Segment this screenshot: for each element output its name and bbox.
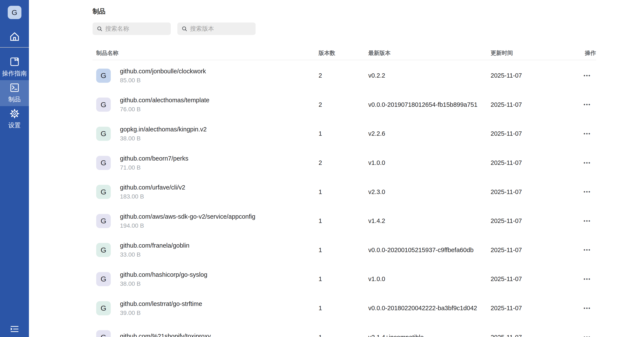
latest-version: v2.2.6 <box>368 130 490 137</box>
version-count: 1 <box>318 305 368 312</box>
more-actions-button[interactable]: ••• <box>584 102 591 107</box>
sidebar-item-label: 操作指南 <box>2 69 27 78</box>
updated-date: 2025-11-07 <box>490 334 580 337</box>
latest-version: v1.4.2 <box>368 217 490 224</box>
package-badge: G <box>96 185 111 199</box>
package-info: github.com/franela/goblin 33.00 B <box>120 242 190 258</box>
table-row[interactable]: G github.com/lestrrat/go-strftime 39.00 … <box>92 294 596 323</box>
package-cell: G gopkg.in/alecthomas/kingpin.v2 38.00 B <box>92 126 318 142</box>
search-icon <box>182 26 187 32</box>
package-info: github.com/hashicorp/go-syslog 38.00 B <box>120 271 208 287</box>
updated-date: 2025-11-07 <box>490 246 580 254</box>
package-cell: G github.com/lestrrat/go-strftime 39.00 … <box>92 300 318 316</box>
table-header: 制品名称 版本数 最新版本 更新时间 操作 <box>92 46 596 60</box>
table-row[interactable]: G github.com/alecthomas/template 76.00 B… <box>92 90 596 119</box>
version-count: 2 <box>318 159 368 166</box>
package-cell: G github.com/franela/goblin 33.00 B <box>92 242 318 258</box>
actions-cell: ••• <box>580 276 596 282</box>
actions-cell: ••• <box>580 189 596 194</box>
package-badge: G <box>96 98 111 112</box>
updated-date: 2025-11-07 <box>490 217 580 224</box>
table-row[interactable]: G gopkg.in/alecthomas/kingpin.v2 38.00 B… <box>92 119 596 148</box>
latest-version: v1.0.0 <box>368 275 490 282</box>
table-row[interactable]: G github.com/urfave/cli/v2 183.00 B 1 v2… <box>92 177 596 206</box>
package-size: 38.00 B <box>120 135 207 142</box>
package-info: github.com/%21shopify/toxiproxy <box>120 332 211 337</box>
latest-version: v0.0.0-20180220042222-ba3bf9c1d042 <box>368 305 490 312</box>
more-actions-button[interactable]: ••• <box>584 73 591 78</box>
more-actions-button[interactable]: ••• <box>584 131 591 136</box>
sidebar-divider <box>0 47 29 48</box>
package-info: github.com/jonboulle/clockwork 85.00 B <box>120 68 206 84</box>
table-row[interactable]: G github.com/franela/goblin 33.00 B 1 v0… <box>92 236 596 265</box>
actions-cell: ••• <box>580 160 596 166</box>
package-info: github.com/lestrrat/go-strftime 39.00 B <box>120 300 202 316</box>
actions-cell: ••• <box>580 306 596 311</box>
updated-date: 2025-11-07 <box>490 72 580 79</box>
more-actions-button[interactable]: ••• <box>584 306 591 311</box>
more-actions-button[interactable]: ••• <box>584 247 591 252</box>
actions-cell: ••• <box>580 247 596 252</box>
package-badge: G <box>96 272 111 286</box>
package-size: 85.00 B <box>120 77 206 84</box>
package-badge: G <box>96 69 111 83</box>
more-actions-button[interactable]: ••• <box>584 160 591 166</box>
updated-date: 2025-11-07 <box>490 101 580 108</box>
terminal-icon <box>10 83 20 93</box>
package-badge: G <box>96 301 111 315</box>
package-cell: G github.com/urfave/cli/v2 183.00 B <box>92 184 318 200</box>
actions-cell: ••• <box>580 218 596 224</box>
updated-date: 2025-11-07 <box>490 159 580 166</box>
search-version-input[interactable] <box>190 25 267 32</box>
package-size: 33.00 B <box>120 251 190 258</box>
more-actions-button[interactable]: ••• <box>584 276 591 282</box>
package-size: 71.00 B <box>120 164 188 171</box>
table-row[interactable]: G github.com/beorn7/perks 71.00 B 2 v1.0… <box>92 148 596 177</box>
latest-version: v1.0.0 <box>368 159 490 166</box>
package-badge: G <box>96 330 111 337</box>
page-title: 制品 <box>92 8 644 15</box>
more-actions-button[interactable]: ••• <box>584 189 591 194</box>
updated-date: 2025-11-07 <box>490 305 580 312</box>
package-cell: G github.com/alecthomas/template 76.00 B <box>92 97 318 113</box>
column-header-updated: 更新时间 <box>490 49 580 57</box>
more-actions-button[interactable]: ••• <box>584 218 591 224</box>
version-count: 1 <box>318 188 368 195</box>
sidebar-item-artifacts[interactable]: 制品 <box>0 80 29 106</box>
search-name-input[interactable] <box>105 25 182 32</box>
sidebar-nav: 操作指南 制品 <box>0 54 29 132</box>
latest-version: v0.0.0-20200105215937-c9ffbefa60db <box>368 246 490 254</box>
table-row[interactable]: G github.com/hashicorp/go-syslog 38.00 B… <box>92 264 596 294</box>
actions-cell: ••• <box>580 335 596 337</box>
package-size: 76.00 B <box>120 106 210 113</box>
table-row[interactable]: G github.com/jonboulle/clockwork 85.00 B… <box>92 61 596 90</box>
version-count: 1 <box>318 334 368 337</box>
package-badge: G <box>96 156 111 170</box>
latest-version: v0.0.0-20190718012654-fb15b899a751 <box>368 101 490 108</box>
package-info: github.com/alecthomas/template 76.00 B <box>120 97 210 113</box>
table-row[interactable]: G github.com/%21shopify/toxiproxy 1 v2.1… <box>92 323 596 337</box>
column-header-actions: 操作 <box>580 49 596 57</box>
sidebar-item-settings[interactable]: 设置 <box>0 106 29 132</box>
search-version-box <box>178 23 256 35</box>
package-size: 194.00 B <box>120 222 255 229</box>
menu-unfold-icon <box>10 325 19 333</box>
table-row[interactable]: G github.com/aws/aws-sdk-go-v2/service/a… <box>92 206 596 236</box>
package-cell: G github.com/jonboulle/clockwork 85.00 B <box>92 68 318 84</box>
package-cell: G github.com/hashicorp/go-syslog 38.00 B <box>92 271 318 287</box>
actions-cell: ••• <box>580 102 596 107</box>
version-count: 2 <box>318 72 368 79</box>
guide-icon <box>10 57 20 67</box>
table-body: G github.com/jonboulle/clockwork 85.00 B… <box>92 61 596 337</box>
more-actions-button[interactable]: ••• <box>584 335 591 337</box>
sidebar-item-label: 设置 <box>8 121 21 130</box>
package-name: github.com/hashicorp/go-syslog <box>120 271 208 278</box>
avatar[interactable]: G <box>8 6 22 19</box>
package-info: github.com/aws/aws-sdk-go-v2/service/app… <box>120 213 255 229</box>
sidebar-item-home[interactable] <box>0 30 29 43</box>
sidebar-collapse-button[interactable] <box>0 324 29 334</box>
sidebar-item-guide[interactable]: 操作指南 <box>0 54 29 80</box>
column-header-versions: 版本数 <box>318 49 368 57</box>
sidebar-item-label: 制品 <box>8 95 21 104</box>
package-info: gopkg.in/alecthomas/kingpin.v2 38.00 B <box>120 126 207 142</box>
